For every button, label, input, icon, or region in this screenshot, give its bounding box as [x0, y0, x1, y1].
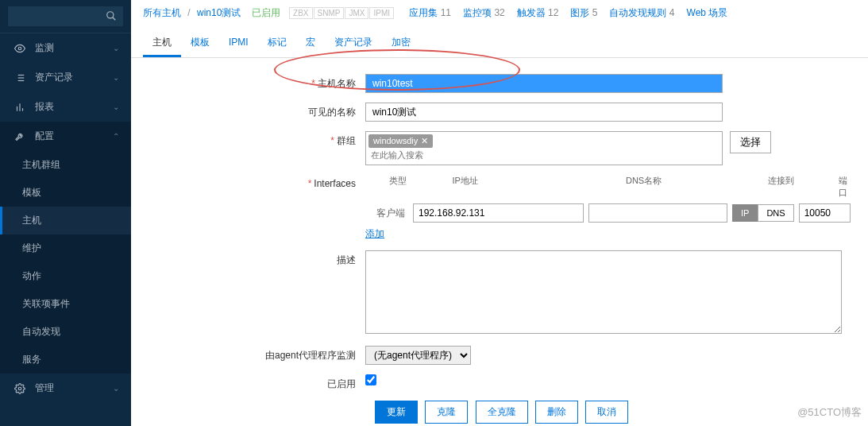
groups-label: *群组 — [143, 131, 365, 148]
svg-point-0 — [107, 12, 114, 18]
dns-input[interactable] — [588, 203, 727, 223]
list-icon — [14, 72, 27, 83]
groups-tagbox[interactable]: windowsdiy✕ — [365, 131, 723, 165]
submenu-item-6[interactable]: 自动发现 — [0, 318, 131, 346]
enabled-checkbox[interactable] — [365, 374, 376, 385]
submenu-item-4[interactable]: 动作 — [0, 262, 131, 290]
submenu-item-0[interactable]: 主机群组 — [0, 151, 131, 179]
sidebar-item-4[interactable]: 管理⌄ — [0, 374, 131, 403]
indicator-jmx: JMX — [345, 7, 368, 19]
visible-input[interactable] — [365, 103, 723, 122]
svg-point-12 — [18, 387, 21, 390]
tab-2[interactable]: IPMI — [219, 31, 258, 53]
tab-6[interactable]: 加密 — [382, 30, 420, 55]
breadcrumb: 所有主机 / win10测试 已启用 ZBXSNMPJMXIPMI 应用集 11… — [131, 0, 868, 26]
select-button[interactable]: 选择 — [730, 131, 771, 153]
group-tag: windowsdiy✕ — [368, 134, 433, 148]
tab-1[interactable]: 模板 — [181, 30, 219, 55]
main-content: 所有主机 / win10测试 已启用 ZBXSNMPJMXIPMI 应用集 11… — [131, 0, 868, 426]
meta-link[interactable]: 应用集 11 — [409, 7, 451, 18]
desc-textarea[interactable] — [365, 250, 842, 334]
hostname-label: *主机名称 — [143, 74, 365, 91]
sidebar-item-label: 配置 — [35, 130, 113, 143]
sidebar-item-label: 报表 — [35, 100, 113, 114]
watermark: @51CTO博客 — [797, 405, 862, 420]
chevron-icon: ⌄ — [113, 44, 119, 52]
interface-header-type: 类型 — [389, 175, 452, 199]
sidebar-item-0[interactable]: 监测⌄ — [0, 33, 131, 63]
submenu-item-1[interactable]: 模板 — [0, 179, 131, 207]
meta-link[interactable]: 图形 5 — [570, 7, 597, 18]
interface-header-dns: DNS名称 — [626, 175, 768, 199]
group-search[interactable] — [368, 148, 719, 162]
ip-toggle[interactable]: IP — [732, 204, 758, 222]
fullclone-button[interactable]: 全克隆 — [476, 401, 528, 424]
gear-icon — [14, 383, 27, 394]
dns-toggle[interactable]: DNS — [758, 204, 793, 222]
enabled-label: 已启用 — [143, 374, 365, 391]
search-icon[interactable] — [106, 10, 117, 24]
interfaces-label: *Interfaces — [143, 175, 365, 189]
svg-point-2 — [18, 47, 21, 50]
indicator-ipmi: IPMI — [369, 7, 394, 19]
interface-header-ip: IP地址 — [452, 175, 626, 199]
breadcrumb-current[interactable]: win10测试 — [197, 7, 241, 18]
breadcrumb-parent[interactable]: 所有主机 — [143, 7, 181, 18]
meta-link[interactable]: 监控项 32 — [463, 7, 505, 18]
meta-link[interactable]: 触发器 12 — [517, 7, 559, 18]
meta-link[interactable]: Web 场景 — [687, 7, 728, 18]
interface-header-connect: 连接到 — [768, 175, 839, 199]
submenu-item-3[interactable]: 维护 — [0, 234, 131, 262]
hostname-input[interactable] — [365, 74, 723, 93]
wrench-icon — [14, 131, 27, 142]
search-box — [0, 0, 131, 33]
cancel-button[interactable]: 取消 — [585, 401, 628, 424]
desc-label: 描述 — [143, 250, 365, 267]
delete-button[interactable]: 删除 — [535, 401, 578, 424]
chart-icon — [14, 102, 27, 113]
chevron-icon: ⌄ — [113, 73, 119, 82]
chevron-icon: ⌄ — [113, 384, 119, 393]
tabs: 主机模板IPMI标记宏资产记录加密 — [131, 30, 868, 58]
tab-0[interactable]: 主机 — [143, 30, 181, 57]
chevron-icon: ⌄ — [113, 103, 119, 111]
remove-tag-icon[interactable]: ✕ — [421, 136, 428, 145]
ip-input[interactable] — [413, 203, 584, 223]
submenu-item-2[interactable]: 主机 — [0, 207, 131, 234]
interface-header-port: 端口 — [839, 175, 856, 199]
chevron-icon: ⌃ — [113, 132, 119, 141]
sidebar: 监测⌄资产记录⌄报表⌄配置⌃主机群组模板主机维护动作关联项事件自动发现服务管理⌄ — [0, 0, 131, 426]
visible-label: 可见的名称 — [143, 103, 365, 119]
sidebar-item-2[interactable]: 报表⌄ — [0, 92, 131, 122]
breadcrumb-sep: / — [187, 7, 190, 18]
form: *主机名称 可见的名称 *群组 windowsdiy✕ 选择 *Interfac… — [131, 58, 868, 426]
clone-button[interactable]: 克隆 — [425, 401, 468, 424]
sidebar-item-3[interactable]: 配置⌃ — [0, 122, 131, 151]
submenu-item-5[interactable]: 关联项事件 — [0, 290, 131, 318]
submenu-item-7[interactable]: 服务 — [0, 346, 131, 374]
eye-icon — [14, 43, 27, 54]
svg-line-1 — [113, 17, 116, 21]
agent-label: 由agent代理程序监测 — [143, 346, 365, 362]
sidebar-item-label: 资产记录 — [35, 71, 113, 84]
sidebar-item-label: 管理 — [35, 381, 113, 395]
agent-select[interactable]: (无agent代理程序) — [365, 346, 471, 365]
indicator-zbx: ZBX — [289, 7, 312, 19]
tab-3[interactable]: 标记 — [258, 30, 296, 55]
indicator-snmp: SNMP — [314, 7, 345, 19]
meta-link[interactable]: 自动发现规则 4 — [609, 7, 674, 18]
status-badge: 已启用 — [252, 7, 280, 18]
port-input[interactable] — [799, 203, 851, 223]
sidebar-item-label: 监测 — [35, 41, 113, 55]
add-link[interactable]: 添加 — [365, 228, 384, 239]
sidebar-item-1[interactable]: 资产记录⌄ — [0, 63, 131, 92]
update-button[interactable]: 更新 — [375, 401, 418, 424]
tab-4[interactable]: 宏 — [296, 30, 325, 55]
tab-5[interactable]: 资产记录 — [325, 30, 382, 55]
client-label: 客户端 — [365, 207, 413, 220]
